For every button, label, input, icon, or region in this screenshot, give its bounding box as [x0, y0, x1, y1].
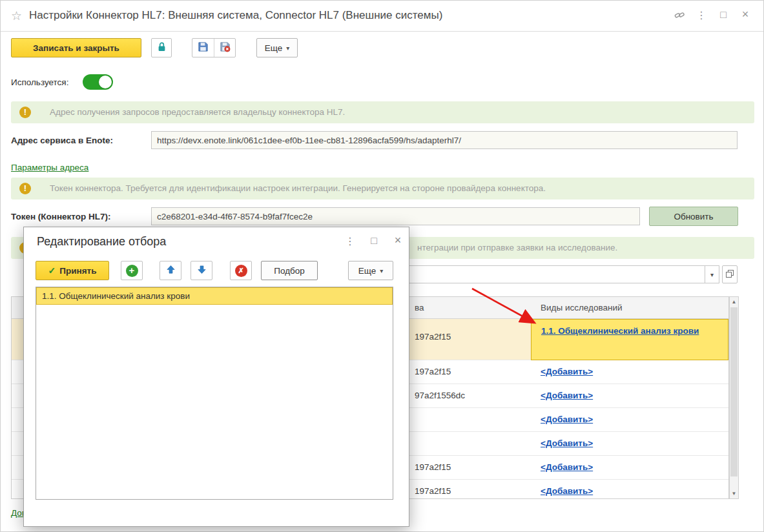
app-window: ☆ Настройки Коннектор HL7: Внешняя систе… [0, 0, 764, 532]
close-icon[interactable]: × [737, 8, 754, 21]
scroll-down-icon[interactable]: ▼ [730, 489, 738, 498]
combo-dropdown-icon[interactable]: ▾ [705, 266, 719, 283]
favorite-star-icon[interactable]: ☆ [11, 8, 22, 23]
add-link[interactable]: <Добавить> [541, 486, 593, 496]
token-input[interactable] [151, 207, 640, 225]
delete-item-button[interactable]: ✗ [230, 261, 252, 280]
kinds-link[interactable]: 1.1. Общеклинический анализ крови [541, 325, 710, 338]
accept-label: Принять [59, 266, 96, 276]
pick-button[interactable]: Подбор [261, 261, 318, 280]
used-label: Используется: [11, 77, 68, 87]
header-col1-fragment: ва [415, 303, 424, 312]
move-down-button[interactable] [191, 261, 212, 280]
window-menu-kebab-icon[interactable]: ⋮ [693, 9, 710, 21]
titlebar: ☆ Настройки Коннектор HL7: Внешняя систе… [1, 1, 763, 32]
save-and-close-label: Записать и закрыть [33, 43, 119, 53]
filter-items-list[interactable]: 1.1. Общеклинический анализ крови [36, 287, 393, 500]
chevron-down-icon: ▾ [286, 45, 289, 52]
write-button-group [192, 38, 236, 57]
open-icon [726, 270, 734, 280]
scrollbar-thumb[interactable] [730, 307, 738, 476]
save-and-close-button[interactable]: Записать и закрыть [11, 38, 141, 57]
row-guid-fragment: 197a2f15 [415, 462, 451, 472]
delete-cross-icon: ✗ [235, 265, 247, 277]
dialog-close-icon[interactable]: × [389, 234, 406, 247]
toggle-knob [99, 76, 112, 88]
save-icon [198, 41, 209, 54]
window-title: Настройки Коннектор HL7: Внешняя система… [29, 9, 442, 22]
filter-edit-dialog: Редактирование отбора ⋮ □ × ✓ Принять + … [23, 227, 409, 527]
list-item-selected[interactable]: 1.1. Общеклинический анализ крови [36, 287, 393, 305]
dialog-more-button[interactable]: Еще ▾ [348, 261, 393, 280]
scroll-up-icon[interactable]: ▲ [730, 297, 738, 307]
add-link[interactable]: <Добавить> [541, 438, 593, 448]
plus-icon: + [126, 265, 138, 277]
arrow-down-icon [197, 265, 207, 276]
service-address-input[interactable] [151, 131, 738, 149]
row-guid-fragment: 197a2f15 [415, 486, 451, 496]
dialog-maximize-icon[interactable]: □ [366, 235, 382, 247]
chevron-down-icon: ▾ [380, 267, 383, 274]
lock-icon [157, 41, 167, 54]
combo-open-button[interactable] [722, 265, 738, 283]
row-guid-fragment: 197a2f15 [415, 332, 451, 342]
used-toggle[interactable] [83, 74, 113, 90]
pick-label: Подбор [274, 266, 305, 276]
table-scrollbar[interactable]: ▲ ▼ [729, 296, 739, 499]
write-and-close-button[interactable] [214, 39, 235, 57]
refresh-label: Обновить [674, 212, 713, 221]
token-banner-text: Токен коннектора. Требуется для идентифи… [50, 183, 546, 193]
lock-button[interactable] [151, 38, 172, 57]
check-icon: ✓ [48, 265, 56, 276]
token-label: Токен (Коннектор HL7): [11, 212, 111, 221]
address-params-link[interactable]: Параметры адреса [11, 163, 88, 172]
selected-kinds-cell[interactable]: 1.1. Общеклинический анализ крови [531, 319, 728, 360]
add-link[interactable]: <Добавить> [541, 367, 593, 376]
more-button[interactable]: Еще ▾ [256, 38, 298, 57]
add-link[interactable]: <Добавить> [541, 414, 593, 424]
dialog-kebab-icon[interactable]: ⋮ [342, 235, 358, 247]
address-info-banner: ! Адрес получения запросов предоставляет… [11, 101, 754, 123]
service-address-label: Адрес сервиса в Enote: [11, 136, 113, 145]
arrow-up-icon [166, 265, 176, 276]
accept-button[interactable]: ✓ Принять [36, 261, 109, 280]
warning-icon: ! [19, 107, 31, 118]
save-close-icon [220, 41, 231, 54]
row-guid-fragment: 197a2f15 [415, 367, 451, 376]
kinds-banner-text-fragment: нтеграции при отправке заявки на исследо… [417, 243, 617, 252]
add-link[interactable]: <Добавить> [541, 391, 593, 400]
token-info-banner: ! Токен коннектора. Требуется для иденти… [11, 178, 754, 200]
add-item-button[interactable]: + [121, 261, 143, 280]
maximize-icon[interactable]: □ [715, 9, 732, 21]
row-guid-fragment: 97a2f1556dc [415, 391, 465, 400]
dialog-title: Редактирование отбора [37, 235, 166, 249]
warning-icon: ! [19, 183, 31, 194]
more-label: Еще [265, 43, 282, 53]
address-banner-text: Адрес получения запросов предоставляется… [50, 107, 345, 117]
write-button[interactable] [192, 39, 214, 57]
header-col2: Виды исследований [541, 303, 622, 312]
dialog-more-label: Еще [358, 266, 376, 276]
refresh-token-button[interactable]: Обновить [649, 207, 738, 226]
add-link[interactable]: <Добавить> [541, 462, 593, 472]
move-up-button[interactable] [160, 261, 181, 280]
get-link-icon[interactable] [671, 10, 688, 23]
